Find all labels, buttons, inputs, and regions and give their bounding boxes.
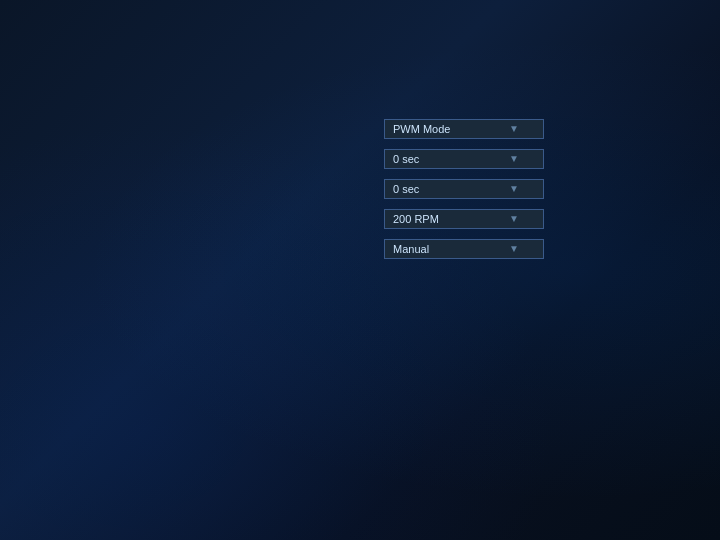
cpu-fan-speed-lower-limit-text: 200 RPM (393, 213, 439, 225)
cpu-fan-speed-lower-limit-dropdown[interactable]: 200 RPM ▼ (384, 209, 544, 229)
cpu-fan-step-down-value[interactable]: 0 sec ▼ (384, 179, 564, 199)
cpu-fan-step-down-dropdown[interactable]: 0 sec ▼ (384, 179, 544, 199)
cpu-qfan-value[interactable]: PWM Mode ▼ (384, 119, 564, 139)
cpu-fan-speed-lower-limit-value[interactable]: 200 RPM ▼ (384, 209, 564, 229)
cpu-fan-step-up-value[interactable]: 0 sec ▼ (384, 149, 564, 169)
cpu-fan-step-down-text: 0 sec (393, 183, 419, 195)
chevron-down-icon: ▼ (509, 183, 519, 194)
cpu-fan-step-up-dropdown[interactable]: 0 sec ▼ (384, 149, 544, 169)
chevron-down-icon: ▼ (509, 153, 519, 164)
cpu-fan-step-up-text: 0 sec (393, 153, 419, 165)
cpu-qfan-dropdown[interactable]: PWM Mode ▼ (384, 119, 544, 139)
chevron-down-icon: ▼ (509, 243, 519, 254)
cpu-fan-profile-value[interactable]: Manual ▼ (384, 239, 564, 259)
cpu-fan-profile-text: Manual (393, 243, 429, 255)
cpu-fan-profile-dropdown[interactable]: Manual ▼ (384, 239, 544, 259)
cpu-qfan-dropdown-text: PWM Mode (393, 123, 450, 135)
chevron-down-icon: ▼ (509, 213, 519, 224)
chevron-down-icon: ▼ (509, 123, 519, 134)
